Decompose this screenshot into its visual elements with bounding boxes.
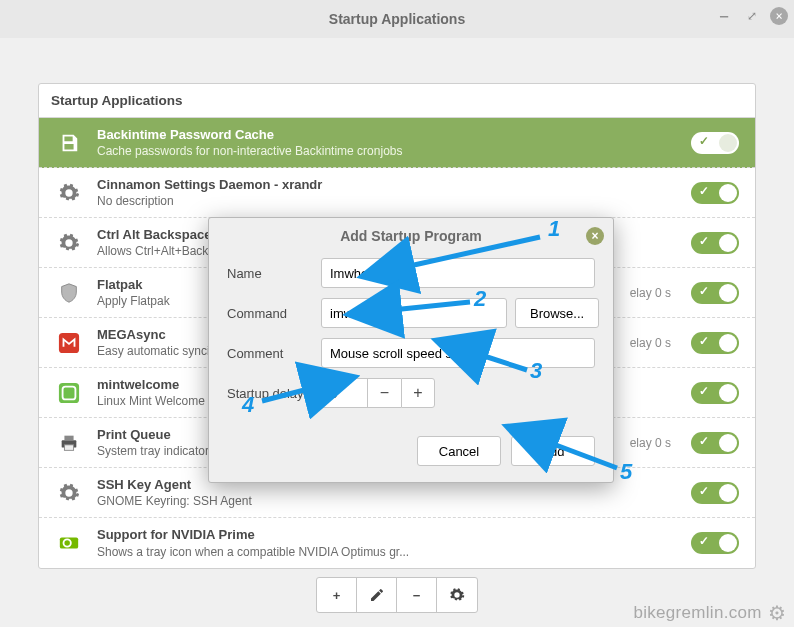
panel-header: Startup Applications (39, 84, 755, 117)
titlebar: Startup Applications − ⤢ × (0, 0, 794, 38)
browse-button[interactable]: Browse... (515, 298, 599, 328)
list-item-text: Support for NVIDIA Prime Shows a tray ic… (97, 526, 677, 560)
toggle-switch[interactable] (691, 482, 739, 504)
toggle-switch[interactable] (691, 282, 739, 304)
toggle-switch[interactable] (691, 532, 739, 554)
watermark: bikegremlin.com ⚙ (633, 601, 786, 625)
svg-rect-5 (64, 444, 73, 450)
dialog-title-text: Add Startup Program (340, 228, 482, 244)
svg-rect-4 (64, 435, 73, 440)
window-title: Startup Applications (329, 11, 465, 27)
edit-button[interactable] (357, 578, 397, 612)
toggle-switch[interactable] (691, 332, 739, 354)
mint-icon (55, 379, 83, 407)
comment-input[interactable] (321, 338, 595, 368)
floppy-icon (55, 129, 83, 157)
shield-icon (55, 279, 83, 307)
delay-minus-button[interactable]: − (367, 378, 401, 408)
list-item-desc: Cache passwords for non-interactive Back… (97, 143, 677, 159)
list-item-desc: Shows a tray icon when a compatible NVID… (97, 544, 677, 560)
printer-icon (55, 429, 83, 457)
gear-icon: ⚙ (768, 601, 786, 625)
settings-button[interactable] (437, 578, 477, 612)
list-item-text: Cinnamon Settings Daemon - xrandr No des… (97, 176, 677, 210)
gear-icon (55, 229, 83, 257)
maximize-button[interactable]: ⤢ (742, 6, 762, 26)
list-item-text: Backintime Password Cache Cache password… (97, 126, 677, 160)
minimize-button[interactable]: − (714, 6, 734, 26)
toggle-switch[interactable] (691, 232, 739, 254)
name-label: Name (227, 266, 313, 281)
delay-spinner: − + (321, 378, 435, 408)
delay-label: elay 0 s (630, 436, 677, 450)
list-item-title: Cinnamon Settings Daemon - xrandr (97, 176, 677, 194)
add-confirm-button[interactable]: Add (511, 436, 595, 466)
mega-icon (55, 329, 83, 357)
remove-button[interactable]: − (397, 578, 437, 612)
close-button[interactable]: × (770, 7, 788, 25)
comment-label: Comment (227, 346, 313, 361)
toggle-switch[interactable] (691, 132, 739, 154)
gear-icon (55, 479, 83, 507)
toggle-switch[interactable] (691, 432, 739, 454)
nvidia-icon (55, 529, 83, 557)
delay-input[interactable] (321, 378, 367, 408)
command-label: Command (227, 306, 313, 321)
list-item-title: Support for NVIDIA Prime (97, 526, 677, 544)
list-item[interactable]: Support for NVIDIA Prime Shows a tray ic… (39, 518, 755, 568)
list-item-desc: No description (97, 193, 677, 209)
command-input[interactable] (321, 298, 507, 328)
delay-label: Startup delay (227, 386, 313, 401)
dialog-title: Add Startup Program × (209, 218, 613, 254)
toggle-switch[interactable] (691, 182, 739, 204)
toggle-switch[interactable] (691, 382, 739, 404)
delay-label: elay 0 s (630, 286, 677, 300)
titlebar-controls: − ⤢ × (714, 6, 788, 26)
add-program-dialog: Add Startup Program × Name Command Brows… (208, 217, 614, 483)
delay-label: elay 0 s (630, 336, 677, 350)
dialog-close-button[interactable]: × (586, 227, 604, 245)
list-item-title: Backintime Password Cache (97, 126, 677, 144)
list-item-desc: GNOME Keyring: SSH Agent (97, 493, 677, 509)
list-item[interactable]: Cinnamon Settings Daemon - xrandr No des… (39, 168, 755, 218)
watermark-text: bikegremlin.com (633, 603, 761, 623)
gear-icon (55, 179, 83, 207)
list-item[interactable]: Backintime Password Cache Cache password… (39, 118, 755, 168)
name-input[interactable] (321, 258, 595, 288)
delay-plus-button[interactable]: + (401, 378, 435, 408)
cancel-button[interactable]: Cancel (417, 436, 501, 466)
add-button[interactable]: + (317, 578, 357, 612)
